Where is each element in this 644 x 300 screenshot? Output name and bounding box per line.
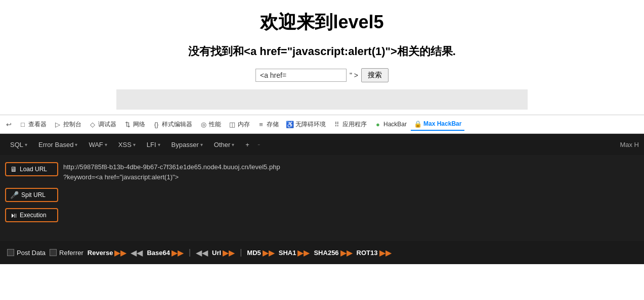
memory-icon: ◫ (228, 120, 236, 128)
storage-icon: ≡ (257, 120, 265, 128)
hb-waf-menu[interactable]: WAF ▾ (83, 139, 112, 151)
inspector-icon: □ (19, 120, 27, 128)
md5-btn[interactable]: MD5 ▶▶ (247, 248, 274, 258)
search-suffix: " > (350, 71, 358, 79)
execution-icon: ⏯ (10, 211, 17, 219)
load-url-label: Load URL (20, 166, 47, 173)
spit-url-label: Spit URL (21, 191, 46, 198)
hb-bypasser-label: Bypasser (171, 141, 199, 148)
divider-1: | (188, 248, 192, 257)
hb-sql-label: SQL (10, 141, 23, 148)
devtools-console[interactable]: ▷ 控制台 (51, 118, 84, 131)
devtools-performance[interactable]: ◎ 性能 (196, 118, 224, 131)
devtools-debugger[interactable]: ◇ 调试器 (85, 118, 119, 131)
storage-label: 存储 (267, 120, 279, 129)
accessibility-icon: ♿ (286, 120, 294, 128)
page-title: 欢迎来到level5 (0, 10, 644, 35)
devtools-style-editor[interactable]: {} 样式编辑器 (149, 118, 195, 131)
load-url-button[interactable]: 🖥 Load URL (5, 162, 58, 176)
base64-label: Base64 (147, 249, 170, 257)
rot13-btn[interactable]: ROT13 ▶▶ (357, 248, 392, 258)
md5-right-arrow: ▶▶ (263, 248, 275, 258)
referrer-item[interactable]: Referrer (50, 249, 83, 257)
base64-left-arrow: ◀◀ (131, 248, 143, 258)
network-icon: ⇅ (123, 120, 132, 128)
hb-right-label: Max H (620, 141, 639, 148)
hb-lfi-menu[interactable]: LFI ▾ (142, 139, 165, 151)
search-row: " > 搜索 (0, 68, 644, 82)
divider-2: | (239, 248, 243, 257)
post-data-item[interactable]: Post Data (7, 249, 46, 257)
reverse-label: Reverse (88, 249, 113, 257)
base64-btn[interactable]: Base64 ▶▶ (147, 248, 184, 258)
accessibility-label: 无障碍环境 (295, 120, 326, 129)
hb-other-label: Other (214, 141, 231, 148)
execution-label: Execution (20, 212, 47, 219)
md5-label: MD5 (247, 249, 261, 257)
devtools-inspector[interactable]: □ 查看器 (16, 118, 50, 131)
rot13-label: ROT13 (357, 249, 378, 257)
hb-separator: - (255, 140, 262, 149)
post-data-label: Post Data (17, 249, 46, 257)
referrer-label: Referrer (59, 249, 83, 257)
inspector-label: 查看器 (28, 120, 47, 129)
debugger-label: 调试器 (98, 120, 116, 129)
devtools-bar: ↩ □ 查看器 ▷ 控制台 ◇ 调试器 ⇅ 网络 {} 样式编辑器 ◎ 性能 ◫… (0, 115, 644, 134)
execution-button[interactable]: ⏯ Execution (5, 208, 58, 222)
devtools-back[interactable]: ↩ (3, 119, 15, 130)
devtools-hackbar[interactable]: ● HackBar (371, 118, 410, 130)
subtitle: 没有找到和<a href="javascript:alert(1)">相关的结果… (0, 44, 644, 59)
post-data-checkbox[interactable] (7, 249, 14, 256)
hb-error-based-label: Error Based (38, 141, 73, 148)
url-btn[interactable]: Url ▶▶ (212, 248, 235, 258)
hb-add-btn[interactable]: + (240, 139, 254, 151)
hackbar-label: HackBar (383, 121, 407, 128)
reverse-right-arrow: ▶▶ (114, 248, 126, 258)
sha256-right-arrow: ▶▶ (340, 248, 353, 258)
hb-spit-row: 🎤 Spit URL (0, 186, 644, 204)
hb-lfi-arrow: ▾ (158, 142, 160, 147)
hb-error-based-menu[interactable]: Error Based ▾ (33, 139, 82, 151)
hb-sql-menu[interactable]: SQL ▾ (5, 139, 32, 151)
console-label: 控制台 (63, 120, 81, 129)
debugger-icon: ◇ (89, 120, 97, 128)
application-label: 应用程序 (342, 120, 367, 129)
hb-waf-label: WAF (89, 141, 103, 148)
reverse-btn[interactable]: Reverse ▶▶ (88, 248, 127, 258)
referrer-checkbox[interactable] (50, 249, 57, 256)
sha256-btn[interactable]: SHA256 ▶▶ (314, 248, 352, 258)
url-line1: http://598785f8-b13b-4dbe-9b67-c7f361e1d… (63, 163, 280, 171)
sha1-label: SHA1 (279, 249, 296, 257)
network-label: 网络 (133, 120, 145, 129)
devtools-storage[interactable]: ≡ 存储 (254, 118, 282, 131)
top-area: 欢迎来到level5 没有找到和<a href="javascript:aler… (0, 0, 644, 115)
url-line2: ?keyword=<a href="javascript:alert(1)"> (63, 173, 179, 181)
search-button[interactable]: 搜索 (361, 68, 389, 82)
devtools-max-hackbar[interactable]: 🔒 Max HackBar (411, 118, 464, 131)
gray-bar (116, 89, 528, 110)
hb-url-row: 🖥 Load URL http://598785f8-b13b-4dbe-9b6… (0, 160, 644, 184)
devtools-memory[interactable]: ◫ 内存 (225, 118, 253, 131)
hb-other-arrow: ▾ (232, 142, 234, 147)
devtools-accessibility[interactable]: ♿ 无障碍环境 (283, 118, 329, 131)
search-input[interactable] (255, 69, 347, 82)
devtools-network[interactable]: ⇅ 网络 (120, 118, 148, 131)
hb-bypasser-menu[interactable]: Bypasser ▾ (166, 139, 208, 151)
load-url-icon: 🖥 (10, 165, 17, 173)
hb-bypasser-arrow: ▾ (200, 142, 203, 147)
hb-execution-row: ⏯ Execution (0, 206, 644, 224)
devtools-application[interactable]: ⠿ 应用程序 (330, 118, 370, 131)
hb-add-label: + (245, 141, 249, 148)
spit-url-button[interactable]: 🎤 Spit URL (5, 188, 58, 202)
hackbar-toolbar: SQL ▾ Error Based ▾ WAF ▾ XSS ▾ LFI ▾ By… (0, 134, 644, 155)
hb-xss-menu[interactable]: XSS ▾ (113, 139, 141, 151)
url-decode-btn[interactable]: ◀◀ (196, 248, 208, 258)
url-right-arrow: ▶▶ (223, 248, 235, 258)
base64-decode-btn[interactable]: ◀◀ (131, 248, 143, 258)
hb-other-menu[interactable]: Other ▾ (209, 139, 240, 151)
back-icon: ↩ (6, 121, 12, 128)
hackbar-icon: ● (374, 120, 382, 128)
base64-right-arrow: ▶▶ (171, 248, 184, 258)
sha1-btn[interactable]: SHA1 ▶▶ (279, 248, 310, 258)
hb-error-based-arrow: ▾ (75, 142, 77, 147)
